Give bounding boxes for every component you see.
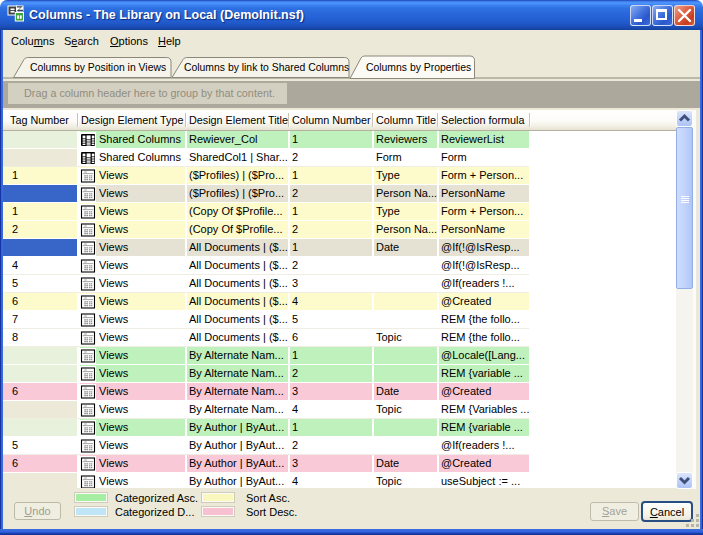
svg-text:Columns by Position in Views: Columns by Position in Views — [30, 62, 166, 73]
svg-text:Columns by Properties: Columns by Properties — [366, 62, 471, 73]
svg-text:Columns by link to Shared Colu: Columns by link to Shared Columns — [184, 62, 349, 73]
